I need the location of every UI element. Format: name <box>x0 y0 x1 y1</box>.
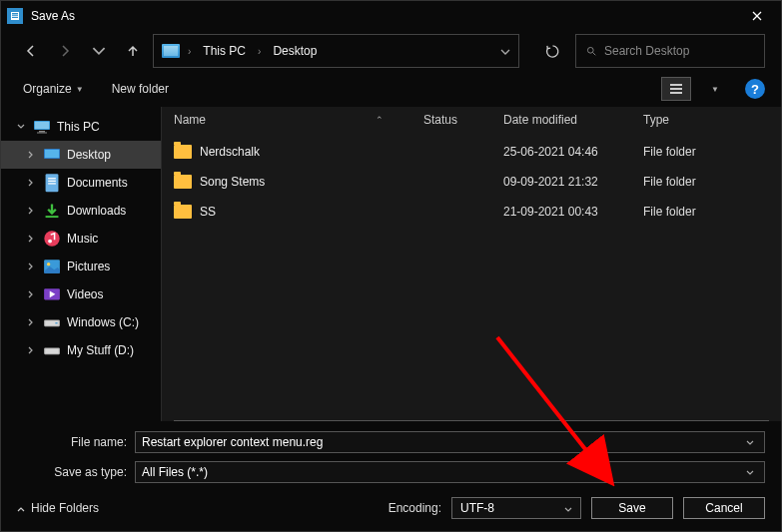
up-button[interactable] <box>119 37 147 65</box>
organize-button[interactable]: Organize▼ <box>17 78 90 100</box>
breadcrumb-this-pc[interactable]: This PC <box>199 42 250 60</box>
sidebar-item-videos[interactable]: Videos <box>1 280 161 308</box>
nav-sidebar: This PC Desktop Documents Downloads Musi <box>1 107 161 421</box>
table-row[interactable]: Nerdschalk25-06-2021 04:46File folder <box>162 137 781 167</box>
expand-icon[interactable] <box>25 263 37 270</box>
type-label: Save as type: <box>17 465 127 479</box>
svg-rect-2 <box>12 15 18 16</box>
toolbar: Organize▼ New folder ▼ ? <box>1 71 781 107</box>
svg-point-25 <box>47 263 50 266</box>
cancel-button[interactable]: Cancel <box>683 497 765 519</box>
back-button[interactable] <box>17 37 45 65</box>
expand-icon[interactable] <box>25 318 37 326</box>
column-date[interactable]: Date modified <box>503 113 643 127</box>
svg-rect-21 <box>46 216 59 218</box>
encoding-label: Encoding: <box>389 501 441 515</box>
chevron-right-icon: › <box>258 46 261 57</box>
sidebar-label: Documents <box>67 176 128 190</box>
forward-button[interactable] <box>51 37 79 65</box>
svg-rect-31 <box>45 349 59 354</box>
column-name[interactable]: Name⌃ <box>174 113 423 127</box>
type-dropdown[interactable] <box>742 467 758 477</box>
row-date: 25-06-2021 04:46 <box>503 145 643 159</box>
hide-folders-label: Hide Folders <box>31 501 99 515</box>
folder-icon <box>174 145 192 159</box>
expand-icon[interactable] <box>25 207 37 215</box>
this-pc-icon <box>162 44 180 58</box>
column-status[interactable]: Status <box>423 113 503 127</box>
sidebar-item-desktop[interactable]: Desktop <box>1 141 161 169</box>
music-icon <box>43 231 61 247</box>
svg-point-23 <box>48 240 52 244</box>
recent-dropdown[interactable] <box>85 37 113 65</box>
title-bar: Save As <box>1 1 781 31</box>
new-folder-button[interactable]: New folder <box>106 78 175 100</box>
expand-icon[interactable] <box>25 151 37 159</box>
filename-label: File name: <box>17 435 127 449</box>
row-type: File folder <box>643 145 781 159</box>
form-area: File name: Save as type: All Files (*.*) <box>1 421 781 489</box>
videos-icon <box>43 286 61 302</box>
filename-input[interactable] <box>142 435 742 449</box>
filename-dropdown[interactable] <box>742 437 758 447</box>
hide-folders-button[interactable]: Hide Folders <box>17 501 99 515</box>
sidebar-item-downloads[interactable]: Downloads <box>1 197 161 225</box>
close-button[interactable] <box>739 1 775 31</box>
view-button[interactable] <box>661 77 691 101</box>
sidebar-item-c-drive[interactable]: Windows (C:) <box>1 308 161 336</box>
nav-row: › This PC › Desktop <box>1 31 781 71</box>
svg-rect-9 <box>670 88 682 90</box>
content-area: This PC Desktop Documents Downloads Musi <box>1 107 781 421</box>
expand-icon[interactable] <box>25 346 37 354</box>
svg-rect-19 <box>48 180 56 181</box>
expand-icon[interactable] <box>25 290 37 298</box>
table-row[interactable]: Song Stems09-09-2021 21:32File folder <box>162 167 781 197</box>
folder-icon <box>174 205 192 219</box>
sidebar-item-pictures[interactable]: Pictures <box>1 253 161 280</box>
expand-icon[interactable] <box>25 179 37 187</box>
svg-rect-29 <box>55 323 57 324</box>
search-box[interactable] <box>575 34 765 68</box>
chevron-down-icon <box>564 501 572 515</box>
collapse-icon[interactable] <box>15 123 27 131</box>
svg-rect-14 <box>37 133 47 134</box>
sidebar-label: Music <box>67 232 98 246</box>
svg-point-22 <box>44 231 59 246</box>
svg-rect-18 <box>48 178 56 179</box>
expand-icon[interactable] <box>25 235 37 243</box>
address-dropdown[interactable] <box>500 44 510 58</box>
row-date: 09-09-2021 21:32 <box>503 175 643 189</box>
sidebar-item-documents[interactable]: Documents <box>1 169 161 197</box>
refresh-button[interactable] <box>535 34 569 68</box>
folder-icon <box>174 175 192 189</box>
encoding-value: UTF-8 <box>460 501 494 515</box>
sidebar-label: This PC <box>57 120 100 134</box>
app-icon <box>7 8 23 24</box>
table-row[interactable]: SS21-09-2021 00:43File folder <box>162 197 781 227</box>
sidebar-item-d-drive[interactable]: My Stuff (D:) <box>1 336 161 364</box>
action-bar: Hide Folders Encoding: UTF-8 Save Cancel <box>1 489 781 531</box>
row-type: File folder <box>643 175 781 189</box>
save-as-dialog: Save As › This PC › Desktop Organize▼ <box>0 0 782 532</box>
address-bar[interactable]: › This PC › Desktop <box>153 34 519 68</box>
save-button[interactable]: Save <box>591 497 673 519</box>
file-list: Name⌃ Status Date modified Type Nerdscha… <box>161 107 781 421</box>
type-field[interactable]: All Files (*.*) <box>135 461 765 483</box>
svg-rect-16 <box>45 150 59 158</box>
breadcrumb-desktop[interactable]: Desktop <box>269 42 321 60</box>
view-dropdown[interactable]: ▼ <box>711 85 719 94</box>
encoding-select[interactable]: UTF-8 <box>451 497 581 519</box>
this-pc-icon <box>33 119 51 135</box>
column-type[interactable]: Type <box>643 113 781 127</box>
search-input[interactable] <box>604 44 754 58</box>
sidebar-label: My Stuff (D:) <box>67 343 134 357</box>
filename-field[interactable] <box>135 431 765 453</box>
row-name: Nerdschalk <box>200 145 423 159</box>
sidebar-item-this-pc[interactable]: This PC <box>1 113 161 141</box>
row-name: SS <box>200 205 423 219</box>
sidebar-item-music[interactable]: Music <box>1 225 161 253</box>
desktop-icon <box>43 147 61 163</box>
sidebar-label: Desktop <box>67 148 111 162</box>
help-button[interactable]: ? <box>745 79 765 99</box>
svg-line-7 <box>592 52 595 55</box>
